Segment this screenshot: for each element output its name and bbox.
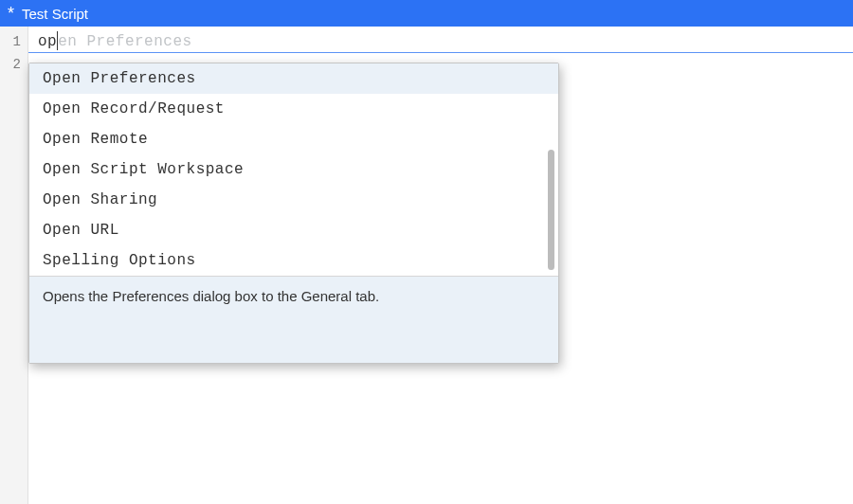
scrollbar-thumb[interactable] <box>548 150 554 270</box>
text-cursor <box>57 31 58 50</box>
modified-indicator-icon: * <box>8 5 14 22</box>
line-gutter: 1 2 <box>0 27 28 504</box>
autocomplete-item-label: Open Preferences <box>43 70 196 87</box>
autocomplete-item-spelling-options[interactable]: Spelling Options <box>29 245 558 276</box>
autocomplete-item-label: Open Script Workspace <box>43 161 244 178</box>
autocomplete-item-open-sharing[interactable]: Open Sharing <box>29 185 558 215</box>
autocomplete-item-open-preferences[interactable]: Open Preferences <box>29 63 558 94</box>
scrollbar[interactable] <box>548 69 554 270</box>
ghost-completion-text: en Preferences <box>58 33 191 50</box>
autocomplete-item-label: Open Sharing <box>43 191 157 208</box>
autocomplete-description: Opens the Preferences dialog box to the … <box>29 276 558 363</box>
autocomplete-item-label: Open Record/Request <box>43 100 225 117</box>
autocomplete-item-label: Open URL <box>43 222 119 239</box>
autocomplete-item-label: Spelling Options <box>43 252 196 269</box>
code-line-active[interactable]: open Preferences <box>28 30 853 53</box>
autocomplete-item-label: Open Remote <box>43 131 148 148</box>
autocomplete-list: Open Preferences Open Record/Request Ope… <box>29 63 558 276</box>
autocomplete-item-open-record-request[interactable]: Open Record/Request <box>29 94 558 124</box>
autocomplete-item-open-remote[interactable]: Open Remote <box>29 124 558 154</box>
title-bar: * Test Script <box>0 0 853 27</box>
line-number[interactable]: 1 <box>0 30 27 53</box>
autocomplete-description-text: Opens the Preferences dialog box to the … <box>43 288 379 304</box>
autocomplete-item-open-url[interactable]: Open URL <box>29 215 558 245</box>
autocomplete-popup: Open Preferences Open Record/Request Ope… <box>28 63 559 364</box>
line-number[interactable]: 2 <box>0 53 27 76</box>
script-title: Test Script <box>22 6 88 22</box>
autocomplete-item-open-script-workspace[interactable]: Open Script Workspace <box>29 154 558 185</box>
typed-text: op <box>38 33 57 50</box>
